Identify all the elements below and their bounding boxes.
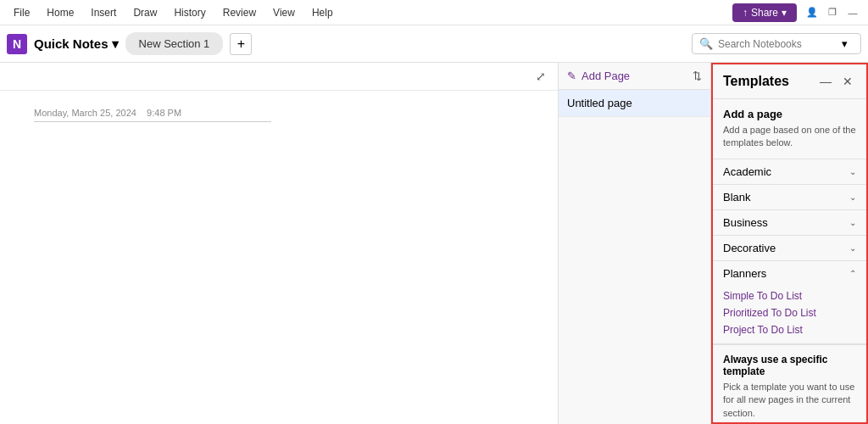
sort-button[interactable]: ⇅ bbox=[693, 70, 702, 82]
templates-add-page-section: Add a page Add a page based on one of th… bbox=[713, 99, 866, 159]
search-icon: 🔍 bbox=[699, 37, 713, 50]
new-section-button[interactable]: New Section 1 bbox=[125, 32, 224, 55]
title-bar-actions: ↑ Share ▾ 👤 ❐ — bbox=[732, 3, 861, 22]
expand-button[interactable]: ⤢ bbox=[531, 66, 551, 86]
category-blank-header[interactable]: Blank bbox=[713, 185, 866, 209]
add-page-icon: ✎ bbox=[567, 70, 576, 82]
category-blank: Blank bbox=[713, 185, 866, 210]
menu-items: File Home Insert Draw History Review Vie… bbox=[7, 3, 340, 22]
category-decorative: Decorative bbox=[713, 236, 866, 261]
menu-history[interactable]: History bbox=[167, 3, 212, 22]
page-content: Monday, March 25, 2024 9:48 PM bbox=[0, 91, 558, 146]
category-decorative-header[interactable]: Decorative bbox=[713, 236, 866, 260]
menu-home[interactable]: Home bbox=[40, 3, 81, 22]
menu-bar: File Home Insert Draw History Review Vie… bbox=[0, 0, 868, 25]
close-panel-button[interactable]: ✕ bbox=[839, 73, 856, 90]
planners-sub-items: Simple To Do List Prioritized To Do List… bbox=[713, 286, 866, 343]
chevron-down-icon bbox=[849, 243, 856, 253]
window-controls: 👤 ❐ — bbox=[804, 4, 861, 21]
always-template-description: Pick a template you want to use for all … bbox=[723, 381, 856, 420]
search-box: 🔍 ▾ bbox=[692, 33, 861, 54]
always-template-title: Always use a specific template bbox=[723, 354, 856, 377]
category-planners: Planners Simple To Do List Prioritized T… bbox=[713, 261, 866, 344]
category-academic-header[interactable]: Academic bbox=[713, 159, 866, 184]
menu-file[interactable]: File bbox=[7, 3, 36, 22]
search-input[interactable] bbox=[718, 38, 837, 50]
templates-footer: Always use a specific template Pick a te… bbox=[713, 344, 866, 424]
collapse-panel-button[interactable]: — bbox=[817, 73, 834, 90]
search-dropdown-icon[interactable]: ▾ bbox=[842, 37, 848, 50]
chevron-down-icon bbox=[849, 167, 856, 176]
templates-panel: Templates — ✕ Add a page Add a page base… bbox=[711, 63, 868, 424]
category-planners-header[interactable]: Planners bbox=[713, 261, 866, 286]
chevron-down-icon bbox=[849, 218, 856, 227]
maximize-button[interactable]: ❐ bbox=[824, 4, 841, 21]
content-toolbar: ⤢ bbox=[0, 63, 558, 91]
category-business: Business bbox=[713, 210, 866, 236]
main-area: ⤢ Monday, March 25, 2024 9:48 PM ✎ Add P… bbox=[0, 63, 868, 424]
chevron-up-icon bbox=[849, 269, 856, 278]
share-button[interactable]: ↑ Share ▾ bbox=[732, 3, 797, 22]
notebook-name[interactable]: Quick Notes ▾ bbox=[34, 36, 119, 52]
template-simple-todo[interactable]: Simple To Do List bbox=[723, 287, 866, 304]
menu-insert[interactable]: Insert bbox=[84, 3, 123, 22]
minimize-button[interactable]: — bbox=[844, 4, 861, 21]
menu-review[interactable]: Review bbox=[216, 3, 263, 22]
category-business-header[interactable]: Business bbox=[713, 210, 866, 235]
templates-header-actions: — ✕ bbox=[817, 73, 856, 90]
menu-help[interactable]: Help bbox=[305, 3, 340, 22]
add-page-button[interactable]: ✎ Add Page ⇅ bbox=[559, 63, 710, 90]
notebook-logo: N bbox=[7, 34, 27, 54]
content-area: ⤢ Monday, March 25, 2024 9:48 PM bbox=[0, 63, 559, 424]
category-academic: Academic bbox=[713, 159, 866, 185]
template-project-todo[interactable]: Project To Do List bbox=[723, 321, 866, 338]
templates-add-description: Add a page based on one of the templates… bbox=[723, 124, 856, 150]
pages-panel: ✎ Add Page ⇅ Untitled page bbox=[559, 63, 711, 424]
notebook-dropdown-icon: ▾ bbox=[112, 36, 119, 52]
notebook-bar: N Quick Notes ▾ New Section 1 + 🔍 ▾ bbox=[0, 25, 868, 63]
share-dropdown-icon: ▾ bbox=[782, 7, 787, 19]
templates-title: Templates bbox=[723, 74, 789, 89]
template-prioritized-todo[interactable]: Prioritized To Do List bbox=[723, 304, 866, 321]
menu-draw[interactable]: Draw bbox=[126, 3, 164, 22]
menu-view[interactable]: View bbox=[266, 3, 302, 22]
page-date-divider bbox=[34, 121, 271, 122]
templates-add-title: Add a page bbox=[723, 108, 856, 120]
add-section-button[interactable]: + bbox=[230, 33, 252, 55]
person-icon[interactable]: 👤 bbox=[804, 4, 821, 21]
share-icon: ↑ bbox=[743, 7, 748, 19]
chevron-down-icon bbox=[849, 192, 856, 202]
templates-header: Templates — ✕ bbox=[713, 64, 866, 99]
page-item[interactable]: Untitled page bbox=[559, 90, 710, 117]
page-date: Monday, March 25, 2024 9:48 PM bbox=[34, 108, 524, 118]
